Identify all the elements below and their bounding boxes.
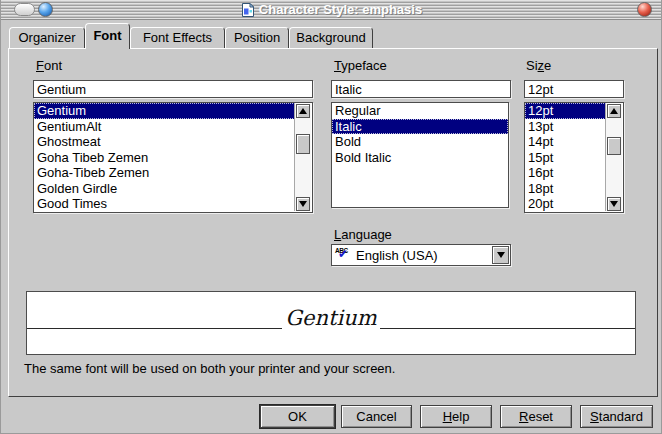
tab-position[interactable]: Position [225, 27, 289, 48]
size-label: Size [526, 58, 551, 73]
list-item[interactable]: Goha-Tibeb Zemen [34, 165, 295, 181]
list-item[interactable]: Regular [332, 103, 508, 119]
typeface-input[interactable] [331, 80, 511, 98]
language-value: English (USA) [356, 247, 438, 264]
scroll-down-icon[interactable] [296, 197, 310, 211]
list-item[interactable]: Good Times [34, 196, 295, 212]
scrollbar-thumb[interactable] [296, 134, 310, 154]
list-item[interactable]: Bold [332, 134, 508, 150]
list-item[interactable]: 13pt [525, 119, 606, 135]
scroll-down-icon[interactable] [607, 197, 621, 211]
standard-button[interactable]: Standard [580, 405, 653, 428]
tab-organizer[interactable]: Organizer [9, 27, 85, 48]
tab-font-effects[interactable]: Font Effects [130, 27, 225, 48]
character-style-dialog: Character Style: emphasis Organizer Font… [0, 0, 662, 434]
scroll-up-icon[interactable] [607, 104, 621, 118]
font-label: Font [36, 58, 62, 73]
preview-text: Gentium [282, 306, 379, 330]
list-item[interactable]: 20pt [525, 196, 606, 212]
font-list[interactable]: GentiumGentiumAltGhostmeatGoha Tibeb Zem… [33, 102, 313, 213]
list-item[interactable]: Goha Tibeb Zemen [34, 150, 295, 166]
spellcheck-abc-icon: ABC✔ [335, 246, 354, 263]
language-dropdown[interactable]: ABC✔ English (USA) [331, 244, 511, 266]
font-list-scrollbar[interactable] [294, 104, 311, 211]
scrollbar-thumb[interactable] [607, 137, 621, 155]
list-item[interactable]: 16pt [525, 165, 606, 181]
scroll-up-icon[interactable] [296, 104, 310, 118]
chevron-down-icon[interactable] [492, 246, 509, 264]
cancel-button[interactable]: Cancel [341, 405, 412, 428]
list-item[interactable]: 15pt [525, 150, 606, 166]
tab-background[interactable]: Background [289, 27, 373, 48]
list-item[interactable]: Golden Girdle [34, 181, 295, 197]
typeface-label: Typeface [334, 58, 387, 73]
list-item[interactable]: 18pt [525, 181, 606, 197]
list-item[interactable]: 12pt [525, 103, 606, 119]
list-item[interactable]: Ghostmeat [34, 134, 295, 150]
list-item[interactable]: Italic [332, 119, 508, 135]
titlebar[interactable]: Character Style: emphasis [1, 0, 662, 20]
tab-font[interactable]: Font [85, 23, 130, 49]
document-icon [242, 3, 254, 17]
size-input[interactable] [524, 80, 624, 98]
help-button[interactable]: Help [420, 405, 492, 428]
printer-screen-note: The same font will be used on both your … [24, 361, 395, 376]
size-list[interactable]: 12pt13pt14pt15pt16pt18pt20pt [524, 102, 624, 213]
list-item[interactable]: Bold Italic [332, 150, 508, 166]
reset-button[interactable]: Reset [500, 405, 572, 428]
list-item[interactable]: GentiumAlt [34, 119, 295, 135]
list-item[interactable]: Gentium [34, 103, 295, 119]
language-label: Language [334, 227, 392, 242]
size-list-scrollbar[interactable] [605, 104, 622, 211]
typeface-list[interactable]: RegularItalicBoldBold Italic [331, 102, 509, 208]
ok-button[interactable]: OK [260, 405, 335, 428]
font-input[interactable] [33, 80, 313, 98]
list-item[interactable]: 14pt [525, 134, 606, 150]
font-preview: Gentium [26, 291, 636, 355]
window-title: Character Style: emphasis [259, 2, 422, 17]
